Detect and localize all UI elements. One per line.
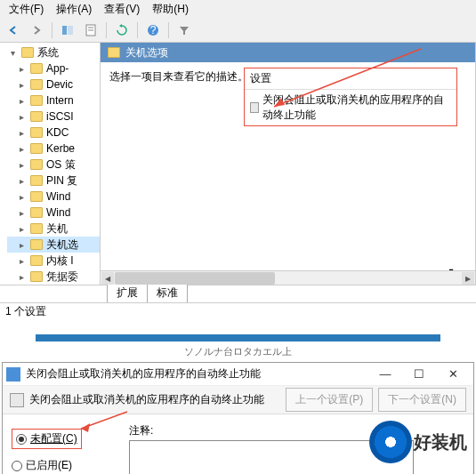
policy-label: 关闭会阻止或取消关机的应用程序的自动终止功能 (262, 92, 451, 123)
svg-rect-1 (68, 26, 73, 35)
tree-item[interactable]: ▸KDC (7, 125, 100, 141)
tree-item[interactable]: ▸PIN 复 (7, 173, 100, 189)
dialog-title: 关闭会阻止或取消关机的应用程序的自动终止功能 (26, 366, 261, 382)
next-setting-button[interactable]: 下一个设置(N) (378, 388, 466, 412)
folder-icon (30, 79, 43, 90)
folder-icon (30, 223, 43, 234)
prev-setting-button[interactable]: 上一个设置(P) (286, 388, 373, 412)
back-button[interactable] (4, 20, 23, 40)
radio-label: 未配置(C) (30, 431, 77, 446)
folder-icon (30, 63, 43, 74)
tree-item-label: 凭据委 (46, 269, 78, 285)
tree-root[interactable]: ▾ 系统 (7, 44, 100, 60)
policy-icon (250, 102, 259, 113)
tree-item[interactable]: ▸Kerbe (7, 141, 100, 157)
svg-rect-0 (62, 26, 67, 35)
folder-icon (108, 47, 120, 58)
tree-item-label: PIN 复 (46, 173, 77, 189)
tree-item-label: OS 策 (46, 157, 76, 173)
folder-icon (30, 191, 43, 202)
radio-enabled[interactable]: 已启用(E) (12, 458, 118, 473)
content-header: 关机选项 (101, 43, 475, 62)
menu-help[interactable]: 帮助(H) (147, 0, 194, 19)
tree-item[interactable]: ▸内核 I (7, 253, 100, 269)
expand-icon[interactable]: ▸ (20, 192, 30, 202)
radio-icon (12, 461, 22, 471)
show-hide-tree-button[interactable] (58, 20, 77, 40)
tree-item[interactable]: ▸Devic (7, 76, 100, 92)
tabs-strip: 扩展 标准 (0, 285, 476, 302)
status-bar: 1 个设置 (0, 302, 476, 320)
expand-icon[interactable]: ▸ (20, 272, 30, 282)
tree-item[interactable]: ▸关机 (7, 221, 100, 237)
filter-button[interactable] (174, 20, 194, 40)
scroll-thumb[interactable] (115, 272, 275, 285)
scroll-left-icon[interactable]: ◀ (101, 272, 114, 285)
expand-icon[interactable]: ▸ (20, 144, 30, 154)
tree-item-label: Wind (46, 206, 70, 219)
expand-icon[interactable]: ▸ (20, 224, 30, 234)
expand-icon[interactable]: ▸ (20, 240, 30, 250)
tab-extended[interactable]: 扩展 (107, 283, 148, 302)
tree-item[interactable]: ▸App- (7, 60, 100, 76)
minimize-button[interactable]: — (368, 365, 402, 384)
expand-icon[interactable]: ▸ (20, 112, 30, 122)
menu-bar: 文件(F) 操作(A) 查看(V) 帮助(H) (0, 0, 476, 18)
scroll-right-icon[interactable]: ▶ (462, 272, 474, 285)
radio-not-configured[interactable]: 未配置(C) (12, 429, 82, 449)
tree-item-label: 关机选 (46, 237, 78, 253)
expand-icon[interactable]: ▸ (20, 128, 30, 138)
collapse-icon[interactable]: ▾ (11, 48, 21, 58)
maximize-button[interactable]: ☐ (402, 365, 436, 384)
properties-button[interactable] (81, 20, 101, 40)
forward-button[interactable] (27, 20, 46, 40)
settings-column-header[interactable]: 设置 (245, 68, 456, 90)
tree-item-label: 关机 (46, 221, 68, 237)
expand-icon[interactable]: ▸ (20, 80, 30, 90)
radio-icon (16, 434, 27, 445)
svg-text:?: ? (150, 24, 157, 36)
expand-icon[interactable]: ▸ (20, 64, 30, 74)
tab-standard[interactable]: 标准 (147, 283, 188, 302)
tree-item[interactable]: ▸Wind (7, 205, 100, 221)
dialog-titlebar: 关闭会阻止或取消关机的应用程序的自动终止功能 — ☐ ✕ (3, 363, 473, 386)
content-hscroll[interactable]: ◀ ▶ (101, 270, 475, 285)
policy-icon (10, 393, 24, 407)
tree-item[interactable]: ▸OS 策 (7, 157, 100, 173)
dialog-icon (6, 367, 20, 382)
watermark-logo (369, 421, 412, 463)
divider-band (36, 334, 440, 341)
expand-icon[interactable]: ▸ (20, 256, 30, 266)
folder-icon (30, 239, 43, 250)
refresh-button[interactable] (112, 20, 132, 40)
tree-item[interactable]: ▸关机选 (7, 237, 100, 253)
close-button[interactable]: ✕ (436, 365, 470, 384)
folder-icon (30, 207, 43, 218)
policy-item[interactable]: 关闭会阻止或取消关机的应用程序的自动终止功能 (245, 90, 456, 125)
radio-label: 已启用(E) (26, 458, 72, 473)
main-split: ▾ 系统 ▸App-▸Devic▸Intern▸iSCSI▸KDC▸Kerbe▸… (0, 43, 476, 285)
tree-item-label: Wind (46, 190, 70, 203)
tree-item-label: Kerbe (46, 142, 75, 155)
tree-item-label: 内核 I (46, 253, 74, 269)
tree-item[interactable]: ▸凭据委 (7, 269, 100, 285)
watermark: 好装机 (369, 421, 467, 463)
tree-item[interactable]: ▸iSCSI (7, 108, 100, 125)
menu-file[interactable]: 文件(F) (4, 0, 49, 19)
folder-icon (30, 175, 43, 186)
menu-view[interactable]: 查看(V) (99, 0, 145, 19)
tree-item[interactable]: ▸Wind (7, 189, 100, 205)
menu-action[interactable]: 操作(A) (51, 0, 97, 19)
dialog-subtitle: 关闭会阻止或取消关机的应用程序的自动终止功能 (29, 392, 264, 407)
content-title: 关机选项 (125, 45, 168, 60)
expand-icon[interactable]: ▸ (20, 96, 30, 106)
help-button[interactable]: ? (143, 20, 163, 40)
tree-item-label: iSCSI (46, 110, 74, 123)
svg-line-8 (81, 412, 127, 429)
tree-item-label: KDC (46, 126, 69, 139)
tree-item-label: App- (46, 62, 69, 75)
expand-icon[interactable]: ▸ (20, 208, 30, 218)
expand-icon[interactable]: ▸ (20, 160, 30, 170)
tree-item[interactable]: ▸Intern (7, 92, 100, 108)
expand-icon[interactable]: ▸ (20, 176, 30, 186)
